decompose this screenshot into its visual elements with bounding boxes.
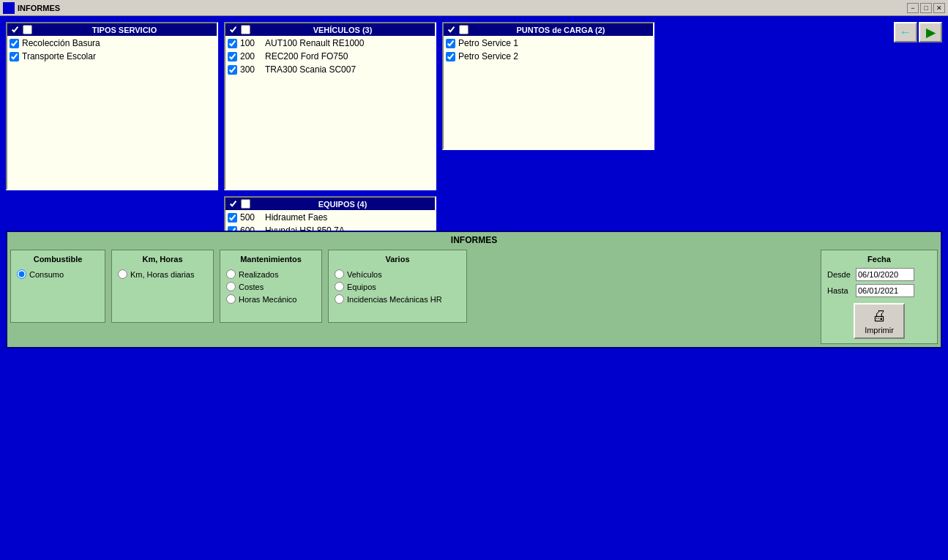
back-button[interactable]: ←	[894, 22, 917, 42]
consumo-radio[interactable]	[17, 269, 26, 279]
item-label: REC200 Ford FO750	[265, 51, 348, 61]
nav-buttons: ← ▶	[894, 22, 942, 42]
close-button[interactable]: ✕	[933, 3, 945, 13]
vehiculos-header: VEHÍCULOS (3)	[225, 23, 435, 36]
horas-mecanico-label: Horas Mecánico	[239, 295, 296, 304]
km-horas-diarias-item[interactable]: Km, Horas diarias	[118, 269, 207, 279]
vehiculos-title: VEHÍCULOS (3)	[253, 26, 432, 34]
item-checkbox[interactable]	[446, 52, 455, 61]
item-label: AUT100 Renault RE1000	[265, 38, 364, 48]
equipos-header: EQUIPOS (4)	[225, 198, 435, 210]
desde-row: Desde	[827, 268, 931, 281]
title-bar: INFORMES − □ ✕	[0, 0, 948, 16]
minimize-button[interactable]: −	[907, 3, 919, 13]
km-horas-title: Km, Horas	[118, 255, 207, 264]
vehiculos-select-checkbox[interactable]	[241, 25, 250, 34]
incidencias-label: Incidencias Mecánicas HR	[347, 295, 442, 304]
hasta-label: Hasta	[827, 286, 853, 295]
top-panels-row: TIPOS SERVICIO Recolección Basura Transp…	[6, 22, 942, 190]
vehiculos-varios-radio[interactable]	[335, 269, 344, 279]
vehiculos-list: 100 AUT100 Renault RE1000 200 REC200 For…	[225, 36, 435, 189]
item-id: 200	[240, 51, 262, 61]
vehiculos-varios-label: Vehículos	[347, 270, 382, 279]
item-checkbox[interactable]	[446, 39, 455, 48]
vehiculos-panel: VEHÍCULOS (3) 100 AUT100 Renault RE1000 …	[224, 22, 436, 190]
realizados-label: Realizados	[239, 270, 278, 279]
tipos-select-checkbox[interactable]	[23, 25, 32, 34]
puntos-carga-list: Petro Service 1 Petro Service 2	[444, 36, 653, 149]
list-item[interactable]: Petro Service 1	[444, 37, 652, 50]
desde-label: Desde	[827, 270, 853, 279]
costes-item[interactable]: Costes	[226, 282, 316, 291]
fecha-group: Fecha Desde Hasta 🖨 Imprimir	[821, 250, 938, 344]
item-checkbox[interactable]	[228, 39, 237, 48]
item-checkbox[interactable]	[228, 213, 237, 223]
equipos-varios-label: Equipos	[347, 283, 376, 291]
varios-title: Varios	[335, 255, 460, 264]
equipos-all-checkbox[interactable]	[228, 199, 238, 209]
item-label: Hidraumet Faes	[265, 212, 327, 223]
list-item[interactable]: Transporte Escolar	[8, 50, 216, 63]
list-item[interactable]: 500 Hidraumet Faes	[226, 211, 434, 224]
fecha-title: Fecha	[827, 255, 931, 264]
item-label: TRA300 Scania SC007	[265, 64, 356, 75]
equipos-varios-item[interactable]: Equipos	[335, 282, 460, 291]
main-content: ← ▶ TIPOS SERVICIO Recolección Basura Tr…	[0, 16, 948, 354]
equipos-select-checkbox[interactable]	[241, 199, 250, 209]
puntos-all-checkbox[interactable]	[447, 25, 456, 34]
item-checkbox[interactable]	[10, 52, 19, 61]
incidencias-item[interactable]: Incidencias Mecánicas HR	[335, 294, 460, 304]
list-item[interactable]: 100 AUT100 Renault RE1000	[226, 37, 434, 50]
combustible-title: Combustible	[17, 255, 99, 264]
hasta-row: Hasta	[827, 284, 931, 297]
app-icon	[3, 2, 15, 14]
maximize-button[interactable]: □	[920, 3, 932, 13]
hasta-input[interactable]	[856, 284, 914, 297]
puntos-carga-panel: PUNTOS de CARGA (2) Petro Service 1 Petr…	[442, 22, 654, 150]
puntos-select-checkbox[interactable]	[459, 25, 469, 34]
item-checkbox[interactable]	[10, 39, 19, 48]
realizados-item[interactable]: Realizados	[226, 269, 316, 279]
horas-mecanico-item[interactable]: Horas Mecánico	[226, 294, 316, 304]
forward-button[interactable]: ▶	[919, 22, 942, 42]
imprimir-button[interactable]: 🖨 Imprimir	[854, 303, 905, 339]
mantenimientos-title: Mantenimientos	[226, 255, 316, 264]
vehiculos-all-checkbox[interactable]	[228, 25, 238, 34]
tipos-all-checkbox[interactable]	[10, 25, 20, 34]
tipos-servicio-title: TIPOS SERVICIO	[35, 26, 214, 34]
informes-body: Combustible Consumo Km, Horas Km, Horas …	[10, 250, 938, 344]
item-id: 100	[240, 38, 262, 48]
costes-label: Costes	[239, 283, 264, 291]
item-checkbox[interactable]	[228, 52, 237, 61]
title-bar-text: INFORMES	[18, 4, 907, 12]
incidencias-radio[interactable]	[335, 294, 344, 304]
imprimir-label: Imprimir	[865, 326, 894, 335]
desde-input[interactable]	[856, 268, 914, 281]
consumo-radio-item[interactable]: Consumo	[17, 269, 99, 279]
km-horas-diarias-radio[interactable]	[118, 269, 127, 279]
item-label: Petro Service 1	[458, 38, 518, 48]
km-horas-group: Km, Horas Km, Horas diarias	[111, 250, 214, 323]
realizados-radio[interactable]	[226, 269, 236, 279]
equipos-varios-radio[interactable]	[335, 282, 344, 291]
item-id: 500	[240, 212, 262, 223]
horas-mecanico-radio[interactable]	[226, 294, 236, 304]
title-bar-controls: − □ ✕	[907, 3, 945, 13]
list-item[interactable]: 300 TRA300 Scania SC007	[226, 63, 434, 76]
item-label: Recolección Basura	[22, 38, 100, 48]
costes-radio[interactable]	[226, 282, 236, 291]
list-item[interactable]: Recolección Basura	[8, 37, 216, 50]
item-label: Petro Service 2	[458, 51, 518, 61]
tipos-servicio-header: TIPOS SERVICIO	[7, 23, 217, 36]
informes-title: INFORMES	[10, 235, 938, 245]
item-id: 300	[240, 64, 262, 75]
vehiculos-varios-item[interactable]: Vehículos	[335, 269, 460, 279]
list-item[interactable]: Petro Service 2	[444, 50, 652, 63]
puntos-carga-title: PUNTOS de CARGA (2)	[471, 26, 650, 34]
puntos-carga-header: PUNTOS de CARGA (2)	[444, 23, 653, 36]
mantenimientos-group: Mantenimientos Realizados Costes Horas M…	[220, 250, 322, 323]
list-item[interactable]: 200 REC200 Ford FO750	[226, 50, 434, 63]
item-checkbox[interactable]	[228, 65, 237, 75]
varios-group: Varios Vehículos Equipos Incidencias Mec…	[328, 250, 467, 323]
consumo-label: Consumo	[29, 270, 64, 279]
